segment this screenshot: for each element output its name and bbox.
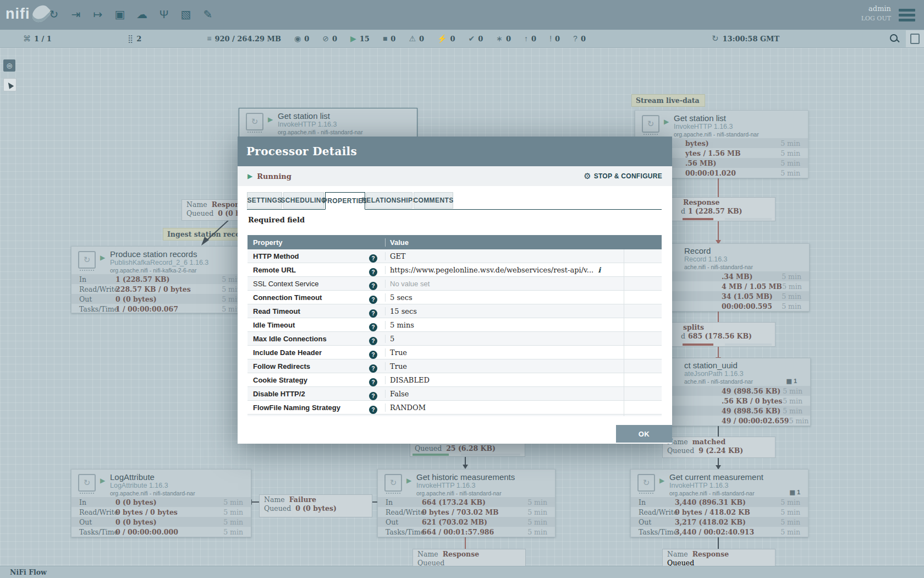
table-row[interactable]: Cookie Strategy? DISABLED <box>248 373 662 387</box>
ok-button[interactable]: OK <box>616 425 672 443</box>
stat-row: Tasks/Time 0 / 00:00:00.000 5 min <box>72 527 251 537</box>
table-row[interactable]: Attributes to Send? No value set <box>248 415 662 416</box>
help-icon[interactable]: ? <box>369 351 377 359</box>
refresh-icon[interactable]: ↻ <box>712 34 719 43</box>
processor-get-current-measurement[interactable]: ↻ ▶ Get current measurement InvokeHTTP 1… <box>630 469 809 537</box>
table-row[interactable]: Idle Timeout? 5 mins <box>248 318 662 332</box>
search-icon[interactable] <box>889 33 900 44</box>
help-icon[interactable]: ? <box>369 392 377 400</box>
breadcrumb[interactable]: NiFi Flow <box>0 566 924 578</box>
help-icon[interactable]: ? <box>369 254 377 263</box>
settings-panel-icon[interactable] <box>906 30 924 47</box>
table-row[interactable]: Include Date Header? True <box>248 346 662 359</box>
nifi-logo: nifi <box>6 4 48 23</box>
run-status-icon: ▶ <box>664 118 669 126</box>
connection-label-response-2[interactable]: Response d1 (228.57 KB) <box>659 197 776 221</box>
template-icon[interactable]: ▧ <box>178 6 194 23</box>
table-row[interactable]: SSL Context Service? No value set <box>248 277 662 291</box>
tab-properties[interactable]: PROPERTIES <box>325 192 365 210</box>
help-icon[interactable]: ? <box>369 323 377 331</box>
help-icon[interactable]: ? <box>369 296 377 304</box>
funnel-icon[interactable]: Ψ <box>156 6 172 23</box>
info-icon[interactable]: i <box>598 266 601 274</box>
help-icon[interactable]: ? <box>369 406 377 414</box>
processor-name: Produce station records <box>110 249 208 259</box>
processor-get-historic-measurements[interactable]: ↻ ▶ Get historic measurements InvokeHTTP… <box>377 469 556 537</box>
current-user: admin <box>861 4 891 13</box>
output-port-icon[interactable]: ↦ <box>90 6 106 23</box>
help-icon[interactable]: ? <box>369 337 377 345</box>
tab-comments[interactable]: COMMENTS <box>414 192 453 209</box>
tab-relationships[interactable]: RELATIONSHIPS <box>366 192 413 209</box>
tab-scheduling[interactable]: SCHEDULING <box>283 192 324 209</box>
birdseye-icon[interactable]: ◎ <box>3 59 15 72</box>
table-row[interactable]: Read Timeout? 15 secs <box>248 304 662 318</box>
status-icon: ! <box>549 34 552 43</box>
connection-line <box>718 537 719 549</box>
remote-process-group-icon[interactable]: ☁ <box>134 6 150 23</box>
table-row[interactable]: Connection Timeout? 5 secs <box>248 291 662 304</box>
processor-type: PublishKafkaRecord_2_6 1.16.3 <box>110 259 208 266</box>
status-count: 0 <box>419 35 424 43</box>
processor-details-dialog: Processor Details ▶ Running ⚙ STOP & CON… <box>238 137 672 444</box>
processor-logattribute[interactable]: ↻ ▶ LogAttribute LogAttribute 1.16.3 org… <box>71 469 251 537</box>
processor-bundle: org.apache.nifi - nifi-kafka-2-6-nar <box>110 267 208 274</box>
help-icon[interactable]: ? <box>369 378 377 386</box>
run-status-icon: ▶ <box>268 116 273 123</box>
stop-and-configure-button[interactable]: ⚙ STOP & CONFIGURE <box>584 171 662 181</box>
pointer-tool-icon[interactable] <box>3 78 16 91</box>
status-bar: ⌘ 1 / 1 ⣿ 2 ≡ 920 / 264.29 MB ◉ 0 ⊘ 0 ▶ … <box>0 30 924 48</box>
gear-icon: ⚙ <box>584 171 591 181</box>
disabled-count: ⚡ 0 <box>437 34 455 43</box>
connection-line <box>718 346 719 357</box>
table-row[interactable]: HTTP Method? GET <box>248 249 662 263</box>
dialog-title: Processor Details <box>246 145 357 158</box>
stat-row: Read/Write 0 bytes / 703.02 MB 5 min <box>378 507 555 517</box>
processor-icon[interactable]: ↻ <box>46 6 62 23</box>
run-status-icon: ▶ <box>406 477 411 484</box>
active-threads-count: ⣿ 2 <box>128 34 141 43</box>
processor-bundle: ache.nifi - nifi-standard-nar <box>684 378 753 385</box>
connection-label-response[interactable]: NameResponse Queued0 (0 bytes) <box>182 199 244 221</box>
table-row[interactable]: Follow Redirects? True <box>248 359 662 373</box>
connection-label-splits[interactable]: splits d685 (178.56 KB) <box>659 322 776 347</box>
table-row[interactable]: FlowFile Naming Strategy? RANDOM <box>248 401 662 415</box>
processor-produce-station-records[interactable]: ↻ ▶ Produce station records PublishKafka… <box>71 246 250 313</box>
input-port-icon[interactable]: ⇥ <box>68 6 84 23</box>
logout-link[interactable]: LOG OUT <box>861 15 891 22</box>
dialog-header: Processor Details <box>238 137 672 166</box>
connection-label-failure[interactable]: NameFailure Queued0 (0 bytes) <box>259 494 372 517</box>
processor-name: Record <box>684 246 753 255</box>
stat-row: Out 3,217 (418.02 KB) 5 min <box>631 517 808 527</box>
connection-label-queued[interactable]: Queued25 (6.28 KB) <box>410 443 525 457</box>
stat-row: Tasks/Time 664 / 00:01:57.986 5 min <box>378 527 555 537</box>
connection-line <box>718 425 719 437</box>
status-count: 0 <box>531 35 536 43</box>
table-row[interactable]: Remote URL? https://www.pegelonline.wsv.… <box>248 263 662 277</box>
backpressure-bar <box>413 454 449 456</box>
table-row[interactable]: Disable HTTP/2? False <box>248 387 662 401</box>
column-property: Property <box>248 238 385 247</box>
help-icon[interactable]: ? <box>369 282 377 290</box>
arrowhead <box>463 465 468 469</box>
processor-type: ateJsonPath 1.16.3 <box>684 370 753 378</box>
transmitting-count: ◉ 0 <box>294 34 309 43</box>
running-count: ▶ 15 <box>350 34 370 43</box>
help-icon[interactable]: ? <box>369 268 377 276</box>
processor-name: LogAttribute <box>110 472 195 482</box>
status-count: 0 <box>506 35 511 43</box>
required-field-note: Required field <box>248 216 305 224</box>
connection-label-matched[interactable]: Namematched Queued9 (2.24 KB) <box>662 437 776 458</box>
table-row[interactable]: Max Idle Connections? 5 <box>248 332 662 346</box>
stopped-count: ■ 0 <box>383 34 396 43</box>
global-menu-icon[interactable] <box>899 9 915 24</box>
process-group-icon[interactable]: ▣ <box>112 6 128 23</box>
help-icon[interactable]: ? <box>369 309 377 318</box>
clustered-nodes-count: ⌘ 1 / 1 <box>23 34 52 43</box>
help-icon[interactable]: ? <box>369 364 377 373</box>
nifi-logo-text: nifi <box>6 6 30 23</box>
label-stream-live-data[interactable]: Stream live-data <box>631 94 705 107</box>
tab-settings[interactable]: SETTINGS <box>247 192 282 209</box>
status-count: 1 / 1 <box>34 35 52 43</box>
label-icon[interactable]: ✎ <box>200 6 216 23</box>
